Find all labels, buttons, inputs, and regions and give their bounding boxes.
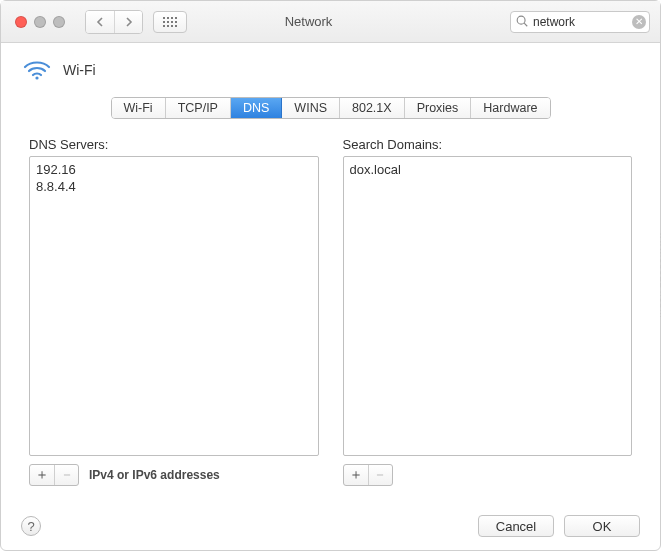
clear-search-button[interactable]: ✕ <box>632 15 646 29</box>
add-search-domain-button[interactable]: ＋ <box>344 465 368 485</box>
dns-servers-label: DNS Servers: <box>29 137 319 152</box>
search-domains-controls: ＋ － <box>343 464 633 486</box>
window-title: Network <box>117 14 500 29</box>
tab-wins[interactable]: WINS <box>282 98 340 118</box>
help-icon: ? <box>27 519 34 534</box>
help-button[interactable]: ? <box>21 516 41 536</box>
zoom-window-button[interactable] <box>53 16 65 28</box>
connection-header: Wi-Fi <box>21 55 640 93</box>
wifi-icon <box>23 59 51 81</box>
search-field-wrap: ✕ <box>510 11 650 33</box>
window-controls <box>11 16 65 28</box>
dns-hint: IPv4 or IPv6 addresses <box>89 468 220 482</box>
search-domains-pm: ＋ － <box>343 464 393 486</box>
tab-proxies[interactable]: Proxies <box>405 98 472 118</box>
footer: ? Cancel OK <box>1 502 660 550</box>
dns-columns: DNS Servers: 192.16 8.8.4.4 ＋ － IPv4 or … <box>21 135 640 486</box>
dns-servers-column: DNS Servers: 192.16 8.8.4.4 ＋ － IPv4 or … <box>29 137 319 486</box>
minimize-window-button[interactable] <box>34 16 46 28</box>
tab-8021x[interactable]: 802.1X <box>340 98 405 118</box>
chevron-left-icon <box>96 17 104 27</box>
close-window-button[interactable] <box>15 16 27 28</box>
tab-tcpip[interactable]: TCP/IP <box>166 98 231 118</box>
content-area: Wi-Fi Wi-Fi TCP/IP DNS WINS 802.1X Proxi… <box>1 43 660 502</box>
network-preferences-window: Network ✕ Wi-Fi Wi-Fi TCP/IP DNS WINS 80 <box>0 0 661 551</box>
cancel-button[interactable]: Cancel <box>478 515 554 537</box>
search-domains-list[interactable]: dox.local <box>343 156 633 456</box>
tabs: Wi-Fi TCP/IP DNS WINS 802.1X Proxies Har… <box>111 97 551 119</box>
tab-dns[interactable]: DNS <box>231 98 282 118</box>
list-item[interactable]: 8.8.4.4 <box>36 178 312 195</box>
connection-name: Wi-Fi <box>63 62 96 78</box>
remove-search-domain-button[interactable]: － <box>368 465 392 485</box>
list-item[interactable]: dox.local <box>350 161 626 178</box>
add-dns-server-button[interactable]: ＋ <box>30 465 54 485</box>
search-domains-column: Search Domains: dox.local ＋ － <box>343 137 633 486</box>
titlebar: Network ✕ <box>1 1 660 43</box>
search-domains-label: Search Domains: <box>343 137 633 152</box>
search-icon <box>515 14 529 28</box>
svg-line-1 <box>524 23 527 26</box>
svg-point-0 <box>517 16 525 24</box>
list-item[interactable]: 192.16 <box>36 161 312 178</box>
svg-point-2 <box>35 76 38 79</box>
tab-wifi[interactable]: Wi-Fi <box>112 98 166 118</box>
tab-strip: Wi-Fi TCP/IP DNS WINS 802.1X Proxies Har… <box>21 97 640 119</box>
dns-servers-controls: ＋ － IPv4 or IPv6 addresses <box>29 464 319 486</box>
tab-hardware[interactable]: Hardware <box>471 98 549 118</box>
dns-servers-list[interactable]: 192.16 8.8.4.4 <box>29 156 319 456</box>
dns-servers-pm: ＋ － <box>29 464 79 486</box>
back-button[interactable] <box>86 11 114 33</box>
ok-button[interactable]: OK <box>564 515 640 537</box>
remove-dns-server-button[interactable]: － <box>54 465 78 485</box>
search-input[interactable] <box>510 11 650 33</box>
